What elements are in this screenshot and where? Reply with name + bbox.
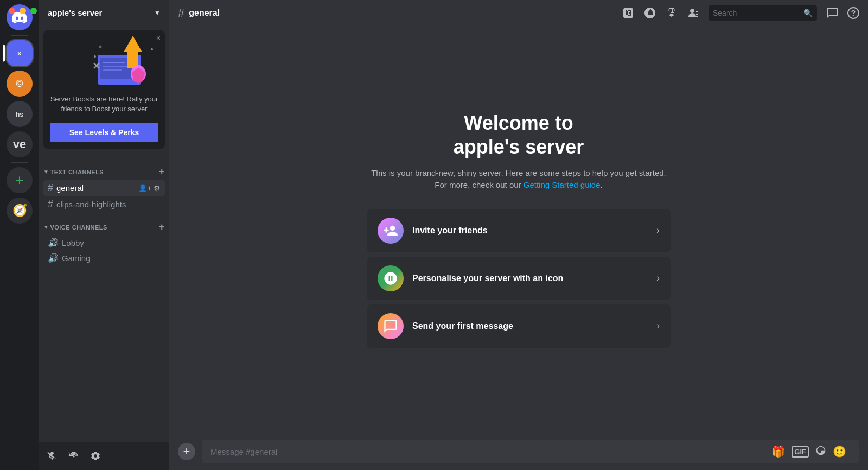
action-cards: Invite your friends › Personalise your s… (367, 209, 671, 348)
channel-item-lobby[interactable]: 🔊 Lobby (43, 236, 165, 250)
hash-icon: # (48, 182, 53, 194)
main-content: # general (169, 0, 868, 470)
category-chevron-icon: ▼ (43, 224, 49, 230)
server-icon-orange[interactable]: © (7, 71, 33, 97)
server-divider (11, 35, 28, 36)
svg-rect-3 (103, 66, 130, 67)
server-icon-add-server[interactable]: + (7, 167, 33, 193)
search-icon: 🔍 (803, 9, 813, 17)
top-bar: # general (169, 0, 868, 26)
explore-icon: 🧭 (12, 204, 27, 218)
message-input[interactable] (210, 447, 771, 456)
sidebar-bottom (39, 442, 169, 470)
emoji-picker-icon[interactable]: 🙂 (833, 445, 846, 458)
hash-icon: # (48, 199, 53, 210)
server-header[interactable]: apple's server ▼ (39, 0, 169, 26)
invite-friends-chevron-icon: › (656, 225, 660, 236)
minimize-window-button[interactable] (20, 8, 26, 14)
threads-icon[interactable] (622, 7, 635, 20)
add-text-channel-button[interactable]: + (159, 166, 165, 177)
server-icon-apple-server[interactable]: × (7, 40, 33, 66)
welcome-section: Welcome to apple's server This is your b… (367, 111, 671, 191)
boost-close-button[interactable]: × (156, 34, 161, 42)
notifications-icon[interactable] (643, 7, 656, 20)
server-icon-ve[interactable]: ve (7, 131, 33, 157)
user-settings-button[interactable] (87, 447, 104, 465)
send-first-message-card[interactable]: Send your first message › (367, 304, 671, 348)
personalise-server-card[interactable]: Personalise your server with an icon › (367, 257, 671, 300)
search-input[interactable] (713, 9, 799, 17)
mute-microphone-button[interactable] (43, 447, 61, 465)
message-input-wrap: 🎁 GIF 🙂 (202, 440, 859, 463)
deafen-button[interactable] (65, 447, 82, 465)
message-bar: + 🎁 GIF 🙂 (169, 433, 868, 470)
svg-point-9 (94, 55, 96, 58)
gif-button[interactable]: GIF (792, 446, 809, 458)
personalise-server-chevron-icon: › (656, 272, 660, 284)
server-header-chevron-icon: ▼ (154, 9, 161, 17)
welcome-title: Welcome to apple's server (367, 111, 671, 158)
boost-banner: × ✕ (43, 30, 165, 149)
close-window-button[interactable] (9, 8, 15, 14)
invite-friends-card[interactable]: Invite your friends › (367, 209, 671, 252)
channel-actions: 👤+ ⚙ (138, 184, 161, 193)
text-channels-category[interactable]: ▼ TEXT CHANNELS + (39, 157, 169, 180)
channel-name: Gaming (62, 253, 91, 263)
server-icon-apple-label: × (17, 49, 22, 58)
invite-friends-icon (378, 218, 404, 244)
personalise-server-icon (378, 265, 404, 291)
svg-point-11 (99, 46, 102, 48)
speaker-icon: 🔊 (48, 253, 59, 263)
add-voice-channel-button[interactable]: + (159, 221, 165, 233)
pinned-messages-icon[interactable] (665, 7, 678, 20)
gift-icon[interactable]: 🎁 (771, 445, 785, 458)
server-sidebar: × © hs ve + 🧭 (0, 0, 39, 470)
channel-title-hash-icon: # (178, 6, 184, 20)
channel-name: clips-and-highlights (56, 200, 126, 209)
voice-channels-category[interactable]: ▼ VOICE CHANNELS + (39, 213, 169, 235)
getting-started-link[interactable]: Getting Started guide (524, 180, 601, 189)
server-divider-2 (11, 162, 28, 163)
member-list-icon[interactable] (687, 7, 700, 20)
server-icon-explore[interactable]: 🧭 (7, 198, 33, 224)
boost-text: Server Boosts are here! Rally your frien… (43, 90, 165, 118)
channel-name: Lobby (62, 238, 84, 247)
channel-list: ▼ TEXT CHANNELS + # general 👤+ ⚙ # clips… (39, 153, 169, 442)
text-channels-label: TEXT CHANNELS (50, 169, 159, 175)
svg-rect-2 (103, 62, 125, 63)
channel-item-gaming[interactable]: 🔊 Gaming (43, 251, 165, 265)
inbox-icon[interactable] (826, 7, 839, 20)
svg-text:✕: ✕ (92, 61, 100, 72)
category-chevron-icon: ▼ (43, 169, 49, 175)
channel-item-general[interactable]: # general 👤+ ⚙ (43, 180, 165, 196)
add-server-icon: + (15, 173, 24, 188)
sticker-icon[interactable] (815, 445, 826, 459)
maximize-window-button[interactable] (30, 8, 37, 14)
voice-channels-label: VOICE CHANNELS (50, 224, 159, 231)
server-icon-orange-label: © (16, 78, 23, 90)
boost-see-levels-button[interactable]: See Levels & Perks (50, 123, 158, 142)
help-label: ? (851, 9, 856, 17)
svg-rect-4 (103, 69, 122, 71)
server-name: apple's server (48, 8, 102, 17)
help-icon[interactable]: ? (847, 7, 859, 19)
channel-title: # general (178, 6, 220, 20)
server-icon-hs-label: hs (15, 110, 23, 118)
invite-member-icon[interactable]: 👤+ (138, 184, 151, 193)
send-first-message-chevron-icon: › (656, 320, 660, 332)
chat-area: Welcome to apple's server This is your b… (169, 26, 868, 433)
channel-sidebar: apple's server ▼ × ✕ (39, 0, 169, 470)
speaker-icon: 🔊 (48, 238, 59, 248)
channel-item-clips[interactable]: # clips-and-highlights (43, 196, 165, 212)
add-attachment-button[interactable]: + (178, 443, 195, 460)
boost-illustration: ✕ (43, 30, 165, 90)
send-first-message-label: Send your first message (412, 321, 648, 331)
personalise-server-label: Personalise your server with an icon (412, 274, 648, 283)
channel-settings-icon[interactable]: ⚙ (154, 184, 161, 193)
server-icon-hs[interactable]: hs (7, 101, 33, 127)
welcome-description: This is your brand-new, shiny server. He… (367, 167, 671, 192)
search-bar[interactable]: 🔍 (709, 5, 817, 21)
channel-title-name: general (189, 8, 220, 18)
invite-friends-label: Invite your friends (412, 226, 648, 236)
top-bar-icons: 🔍 ? (622, 5, 859, 21)
